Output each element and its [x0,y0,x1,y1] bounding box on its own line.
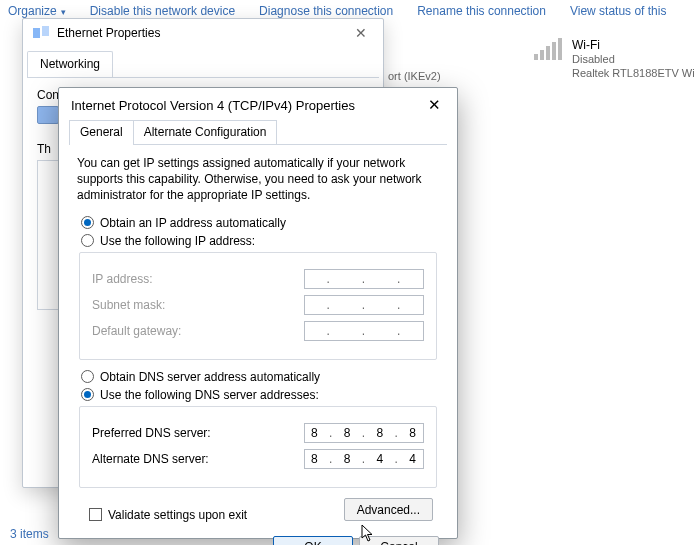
tab-alternate-configuration[interactable]: Alternate Configuration [133,120,278,144]
default-gateway-label: Default gateway: [92,324,181,338]
ethernet-icon [33,26,49,40]
ok-button[interactable]: OK [273,536,353,545]
wifi-name: Wi-Fi [572,38,695,53]
adapter-icon [37,106,59,124]
view-status-link[interactable]: View status of this [570,4,667,18]
ipv4-dialog-title: Internet Protocol Version 4 (TCP/IPv4) P… [71,98,355,113]
radio-icon [81,234,94,247]
validate-on-exit-label: Validate settings upon exit [108,508,247,522]
wifi-adapter-tile[interactable]: Wi-Fi Disabled Realtek RTL8188ETV Wi [534,38,695,81]
radio-icon [81,388,94,401]
radio-dns-manual-label: Use the following DNS server addresses: [100,388,319,402]
radio-ip-auto-label: Obtain an IP address automatically [100,216,286,230]
ethernet-dialog-title: Ethernet Properties [57,26,160,40]
ipv4-properties-dialog: Internet Protocol Version 4 (TCP/IPv4) P… [58,87,458,539]
radio-dns-auto[interactable]: Obtain DNS server address automatically [81,370,439,384]
ip-fields-group: IP address: ... Subnet mask: ... Default… [79,252,437,360]
radio-ip-manual-label: Use the following IP address: [100,234,255,248]
default-gateway-input: ... [304,321,424,341]
radio-ip-manual[interactable]: Use the following IP address: [81,234,439,248]
radio-dns-manual[interactable]: Use the following DNS server addresses: [81,388,439,402]
validate-on-exit-checkbox[interactable]: Validate settings upon exit [89,508,247,522]
radio-icon [81,216,94,229]
wifi-state: Disabled [572,53,695,67]
wifi-signal-icon [534,38,562,60]
radio-icon [81,370,94,383]
rename-link[interactable]: Rename this connection [417,4,546,18]
alternate-dns-input[interactable]: 8. 8. 4. 4 [304,449,424,469]
ipv4-description: You can get IP settings assigned automat… [77,155,439,204]
close-icon[interactable]: ✕ [424,96,445,114]
subnet-mask-input: ... [304,295,424,315]
wifi-adapter: Realtek RTL8188ETV Wi [572,67,695,81]
status-bar-item-count: 3 items [0,523,59,545]
radio-ip-auto[interactable]: Obtain an IP address automatically [81,216,439,230]
tab-networking[interactable]: Networking [27,51,113,77]
subnet-mask-label: Subnet mask: [92,298,165,312]
ip-address-label: IP address: [92,272,152,286]
cancel-button[interactable]: Cancel [359,536,439,545]
close-icon[interactable]: ✕ [349,25,373,41]
preferred-dns-input[interactable]: 8. 8. 8. 8 [304,423,424,443]
advanced-button[interactable]: Advanced... [344,498,433,521]
diagnose-link[interactable]: Diagnose this connection [259,4,393,18]
checkbox-icon [89,508,102,521]
radio-dns-auto-label: Obtain DNS server address automatically [100,370,320,384]
alternate-dns-label: Alternate DNS server: [92,452,209,466]
vpn-fragment-text: ort (IKEv2) [388,70,441,82]
ip-address-input: ... [304,269,424,289]
dns-fields-group: Preferred DNS server: 8. 8. 8. 8 Alterna… [79,406,437,488]
disable-device-link[interactable]: Disable this network device [90,4,235,18]
tab-general[interactable]: General [69,120,134,144]
organize-menu[interactable]: Organize [8,4,66,18]
preferred-dns-label: Preferred DNS server: [92,426,211,440]
